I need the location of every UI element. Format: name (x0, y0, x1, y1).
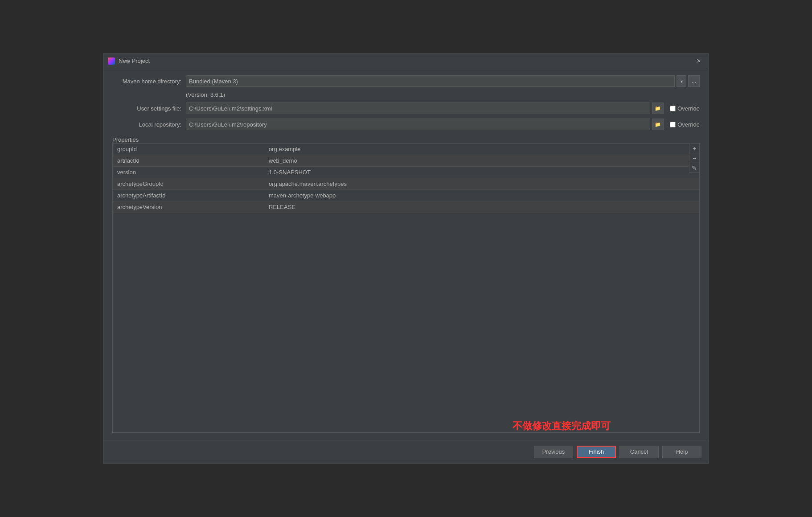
user-settings-override-checkbox[interactable] (670, 106, 676, 111)
table-row[interactable]: archetypeArtifactIdmaven-archetype-webap… (113, 190, 699, 201)
dialog-title: New Project (119, 57, 150, 64)
maven-version-text: (Version: 3.6.1) (112, 91, 700, 98)
properties-section: Properties groupIdorg.exampleartifactIdw… (112, 135, 700, 433)
table-row[interactable]: artifactIdweb_demo (113, 155, 699, 167)
prop-key: archetypeGroupId (113, 181, 264, 187)
cancel-button[interactable]: Cancel (619, 446, 659, 458)
user-settings-override-label: Override (677, 105, 700, 112)
maven-home-browse[interactable]: … (688, 75, 700, 87)
maven-home-row: Maven home directory: ▾ … (112, 75, 700, 87)
local-repo-input[interactable] (186, 119, 650, 130)
properties-table: groupIdorg.exampleartifactIdweb_demovers… (112, 143, 700, 433)
user-settings-input[interactable] (186, 103, 650, 114)
dialog-content: Maven home directory: ▾ … (Version: 3.6.… (103, 68, 709, 440)
maven-home-input-container: ▾ … (186, 75, 700, 87)
prop-value: web_demo (264, 157, 699, 164)
prop-value: maven-archetype-webapp (264, 192, 699, 199)
prop-key: version (113, 169, 264, 176)
user-settings-input-container: 📁 (186, 103, 664, 114)
table-row[interactable]: archetypeVersionRELEASE (113, 201, 699, 213)
prop-value: org.example (264, 146, 699, 152)
maven-home-dropdown[interactable]: ▾ (677, 75, 686, 87)
previous-button[interactable]: Previous (534, 446, 573, 458)
local-repo-row: Local repository: 📁 Override (112, 119, 700, 130)
local-repo-label: Local repository: (112, 121, 181, 128)
user-settings-browse[interactable]: 📁 (652, 103, 664, 114)
prop-key: groupId (113, 146, 264, 152)
help-button[interactable]: Help (662, 446, 701, 458)
properties-section-label: Properties (112, 136, 700, 143)
table-row[interactable]: version1.0-SNAPSHOT (113, 167, 699, 178)
local-repo-browse[interactable]: 📁 (652, 119, 664, 130)
prop-value: org.apache.maven.archetypes (264, 181, 699, 187)
maven-home-label: Maven home directory: (112, 78, 181, 85)
user-settings-override-container: Override (670, 105, 700, 112)
user-settings-row: User settings file: 📁 Override (112, 103, 700, 114)
prop-key: artifactId (113, 157, 264, 164)
title-bar-left: New Project (108, 57, 150, 65)
annotation-text: 不做修改直接完成即可 (513, 419, 611, 433)
close-button[interactable]: × (693, 56, 704, 66)
prop-key: archetypeVersion (113, 204, 264, 210)
maven-home-input[interactable] (186, 75, 675, 87)
title-bar: New Project × (103, 54, 709, 68)
local-repo-override-label: Override (677, 121, 700, 128)
bottom-bar: Previous Finish Cancel Help (103, 440, 709, 463)
app-icon (108, 57, 115, 65)
local-repo-override-checkbox[interactable] (670, 122, 676, 127)
table-row[interactable]: groupIdorg.example (113, 144, 699, 155)
prop-value: 1.0-SNAPSHOT (264, 169, 699, 176)
props-toolbar: + − ✎ (689, 144, 699, 173)
props-add-button[interactable]: + (689, 144, 699, 153)
prop-value: RELEASE (264, 204, 699, 210)
local-repo-override-container: Override (670, 121, 700, 128)
local-repo-input-container: 📁 (186, 119, 664, 130)
props-edit-button[interactable]: ✎ (689, 163, 699, 173)
props-remove-button[interactable]: − (689, 153, 699, 163)
table-row[interactable]: archetypeGroupIdorg.apache.maven.archety… (113, 178, 699, 190)
finish-button[interactable]: Finish (577, 446, 616, 458)
prop-key: archetypeArtifactId (113, 192, 264, 199)
user-settings-label: User settings file: (112, 105, 181, 112)
new-project-dialog: New Project × Maven home directory: ▾ … … (103, 53, 709, 464)
